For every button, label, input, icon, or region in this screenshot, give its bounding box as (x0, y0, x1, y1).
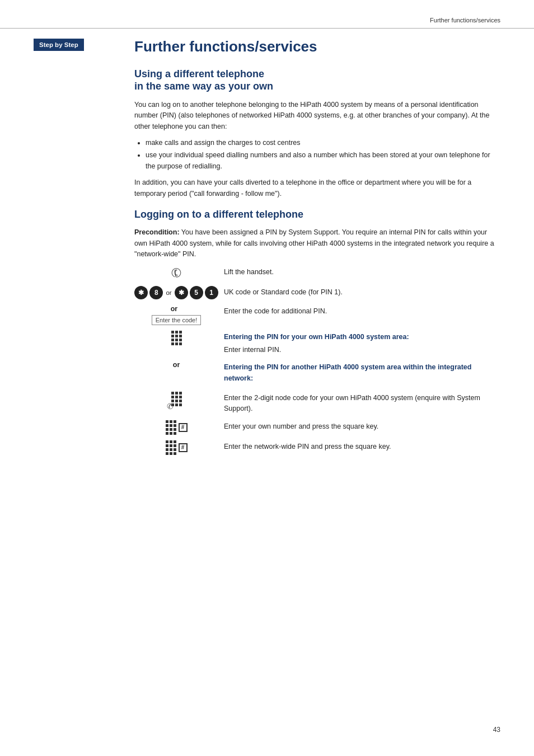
step1-row: ✆ Lift the handset. (134, 266, 500, 280)
keypad-grid1 (171, 331, 182, 345)
step5-or-label: or (173, 361, 180, 369)
step5-content: Entering the PIN for another HiPath 4000… (224, 361, 500, 386)
step5b-icon-area: ✆ (134, 392, 224, 406)
star-icon2: ✱ (175, 286, 188, 299)
main-title: Further functions/services (134, 39, 500, 55)
hash-icon2: # (179, 443, 188, 452)
page-header: Further functions/services (0, 0, 534, 29)
main-layout: Step by Step Further functions/services … (0, 29, 534, 461)
step-by-step-label: Step by Step (34, 39, 84, 51)
section1: Using a different telephone in the same … (134, 68, 500, 199)
keypad-phone-icon1: ✆ (171, 392, 182, 406)
sidebar: Step by Step (34, 29, 123, 461)
handset-icon: ✆ (168, 264, 185, 282)
step5b-row: ✆ Enter the 2-digit node code for your o… (134, 392, 500, 415)
step5b-text: Enter the 2-digit node code for your own… (224, 392, 500, 415)
step4-content: Entering the PIN for your own HiPath 400… (224, 331, 500, 356)
page-number: 43 (493, 726, 500, 734)
bullet1: make calls and assign the charges to cos… (146, 138, 500, 148)
step4-text: Enter internal PIN. (224, 345, 500, 355)
step4-icon-area (134, 331, 224, 345)
section1-para2: In addition, you can have your calls div… (134, 177, 500, 199)
precondition-text: Precondition: You have been assigned a P… (134, 227, 500, 260)
star-icon: ✱ (134, 286, 148, 299)
phone-icon1: ✆ (167, 402, 174, 411)
section1-bullets: make calls and assign the charges to cos… (146, 138, 500, 172)
step3-or: or (171, 305, 178, 313)
keypad-hash-icon1: # (166, 420, 188, 435)
step5-heading: Entering the PIN for another HiPath 4000… (224, 362, 500, 384)
step6-row: # Enter your own number and press the sq… (134, 420, 500, 435)
keypad-icon4 (166, 440, 176, 455)
content-area: Further functions/services Using a diffe… (123, 29, 500, 461)
hash-icon1: # (179, 423, 188, 432)
step4-heading: Entering the PIN for your own HiPath 400… (224, 332, 500, 342)
step6-text: Enter your own number and press the squa… (224, 420, 500, 432)
step2-text: UK code or Standard code (for PIN 1). (224, 286, 500, 298)
eight-icon: 8 (149, 286, 163, 299)
step1-text: Lift the handset. (224, 266, 500, 278)
step3-code-box[interactable]: Enter the code! (152, 315, 202, 325)
step6-icon-area: # (134, 420, 224, 435)
keypad-hash-icon2: # (166, 440, 188, 455)
five-icon: 5 (190, 286, 203, 299)
page: Further functions/services Step by Step … (0, 0, 534, 756)
step4-heading-row: Entering the PIN for your own HiPath 400… (134, 331, 500, 356)
step2-icons: ✱ 8 or ✱ 5 1 (134, 286, 218, 299)
step7-icon-area: # (134, 440, 224, 455)
or-separator1: or (166, 289, 171, 296)
kp-grid3 (166, 420, 176, 435)
step5-row: or Entering the PIN for another HiPath 4… (134, 361, 500, 386)
step3-row: or Enter the code! Enter the code for ad… (134, 305, 500, 325)
kp-grid4 (166, 440, 176, 455)
section1-para1: You can log on to another telephone belo… (134, 100, 500, 132)
step2-icon-area: ✱ 8 or ✱ 5 1 (134, 286, 224, 299)
step7-text: Enter the network-wide PIN and press the… (224, 440, 500, 452)
section2: Logging on to a different telephone Prec… (134, 208, 500, 455)
step2-row: ✱ 8 or ✱ 5 1 UK code or Standard code (f… (134, 286, 500, 299)
step3-icon-area: or Enter the code! (134, 305, 224, 325)
step1-icon-area: ✆ (134, 266, 224, 280)
step5-icon-area: or (134, 361, 224, 369)
precondition-label: Precondition: (134, 228, 180, 236)
bullet2: use your individual speed dialling numbe… (146, 150, 500, 172)
keypad-icon1 (171, 331, 182, 345)
step3-text: Enter the code for additional PIN. (224, 305, 500, 317)
one-icon: 1 (205, 286, 218, 299)
header-section-label: Further functions/services (430, 17, 500, 24)
page-footer: 43 (493, 726, 500, 734)
section1-heading: Using a different telephone in the same … (134, 68, 500, 93)
section2-heading: Logging on to a different telephone (134, 208, 500, 221)
keypad-icon3 (166, 420, 176, 435)
step7-row: # Enter the network-wide PIN and press t… (134, 440, 500, 455)
